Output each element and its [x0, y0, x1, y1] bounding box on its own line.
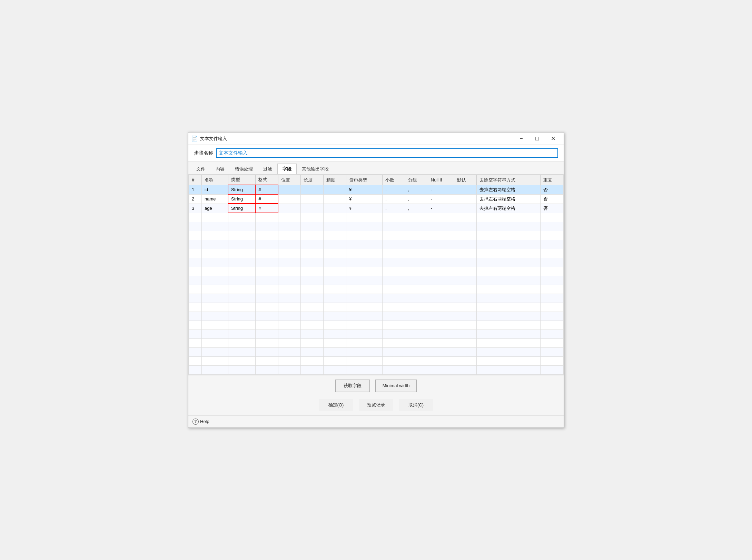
cell-null-if[interactable]: -	[428, 204, 454, 213]
col-length: 长度	[301, 175, 324, 185]
cell-repeat[interactable]: 否	[541, 194, 563, 204]
minimal-width-button[interactable]: Minimal width	[375, 380, 417, 392]
title-bar: 📄 文本文件输入 − □ ✕	[188, 132, 564, 145]
confirm-buttons-row: 确定(O) 预览记录 取消(C)	[188, 395, 564, 415]
confirm-button[interactable]: 确定(O)	[319, 399, 353, 411]
cell-repeat[interactable]: 否	[541, 185, 563, 194]
table-row-empty	[189, 213, 563, 222]
col-precision: 精度	[324, 175, 346, 185]
col-repeat: 重复	[541, 175, 563, 185]
cell-type[interactable]: String	[228, 194, 255, 204]
cell-null-if[interactable]: -	[428, 194, 454, 204]
cell-name[interactable]: id	[202, 185, 228, 194]
col-position: 位置	[278, 175, 301, 185]
tab-filter[interactable]: 过滤	[258, 164, 277, 174]
table-row-empty	[189, 285, 563, 294]
cell-format[interactable]: #	[255, 185, 278, 194]
cell-currency[interactable]: ¥	[346, 185, 382, 194]
tab-fields[interactable]: 字段	[277, 164, 297, 174]
table-row-empty	[189, 321, 563, 330]
cell-name[interactable]: name	[202, 194, 228, 204]
col-currency: 货币类型	[346, 175, 382, 185]
cell-decimal[interactable]: .	[383, 204, 405, 213]
cell-length[interactable]	[301, 185, 324, 194]
table-row[interactable]: 2nameString#¥.,-去掉左右两端空格否	[189, 194, 563, 204]
table-row-empty	[189, 249, 563, 258]
window-icon: 📄	[191, 135, 198, 142]
action-buttons-row: 获取字段 Minimal width	[188, 375, 564, 395]
cell-precision[interactable]	[324, 194, 346, 204]
cell-position[interactable]	[278, 194, 301, 204]
tab-other-output[interactable]: 其他输出字段	[297, 164, 334, 174]
table-row-empty	[189, 330, 563, 338]
cell-currency[interactable]: ¥	[346, 194, 382, 204]
cell-default[interactable]	[454, 194, 477, 204]
get-fields-button[interactable]: 获取字段	[335, 380, 370, 392]
table-row-empty	[189, 356, 563, 365]
col-type: 类型	[228, 175, 255, 185]
tab-file[interactable]: 文件	[191, 164, 210, 174]
fields-table-container: # 名称 类型 格式 位置 长度 精度 货币类型 小数 分组 Null if 默…	[188, 174, 564, 375]
table-row-empty	[189, 338, 563, 347]
table-row-empty	[189, 303, 563, 312]
cancel-button[interactable]: 取消(C)	[399, 399, 433, 411]
cell-default[interactable]	[454, 185, 477, 194]
cell-position[interactable]	[278, 204, 301, 213]
cell-name[interactable]: age	[202, 204, 228, 213]
cell-default[interactable]	[454, 204, 477, 213]
tab-error[interactable]: 错误处理	[230, 164, 258, 174]
cell-null-if[interactable]: -	[428, 185, 454, 194]
cell-decimal[interactable]: .	[383, 185, 405, 194]
cell-trim[interactable]: 去掉左右两端空格	[477, 204, 541, 213]
tab-content[interactable]: 内容	[210, 164, 230, 174]
preview-button[interactable]: 预览记录	[359, 399, 393, 411]
cell-trim[interactable]: 去掉左右两端空格	[477, 185, 541, 194]
footer: ? Help	[188, 415, 564, 428]
cell-currency[interactable]: ¥	[346, 204, 382, 213]
cell-num[interactable]: 2	[189, 194, 202, 204]
cell-precision[interactable]	[324, 204, 346, 213]
table-row-empty	[189, 240, 563, 249]
cell-length[interactable]	[301, 194, 324, 204]
col-group: 分组	[405, 175, 428, 185]
step-name-row: 步骤名称	[188, 145, 564, 162]
cell-type[interactable]: String	[228, 185, 255, 194]
step-name-label: 步骤名称	[194, 150, 213, 156]
window-controls: − □ ✕	[513, 132, 561, 145]
step-name-input[interactable]	[216, 148, 558, 158]
tabs-bar: 文件 内容 错误处理 过滤 字段 其他输出字段	[188, 162, 564, 174]
help-label: Help	[200, 419, 209, 424]
table-row-empty	[189, 222, 563, 231]
cell-decimal[interactable]: .	[383, 194, 405, 204]
cell-precision[interactable]	[324, 185, 346, 194]
table-header: # 名称 类型 格式 位置 长度 精度 货币类型 小数 分组 Null if 默…	[189, 175, 563, 185]
cell-group[interactable]: ,	[405, 204, 428, 213]
cell-length[interactable]	[301, 204, 324, 213]
help-button[interactable]: ? Help	[192, 419, 209, 425]
window-title: 文本文件输入	[200, 136, 513, 142]
cell-repeat[interactable]: 否	[541, 204, 563, 213]
table-row-empty	[189, 258, 563, 267]
col-default: 默认	[454, 175, 477, 185]
cell-position[interactable]	[278, 185, 301, 194]
cell-num[interactable]: 3	[189, 204, 202, 213]
minimize-button[interactable]: −	[513, 132, 529, 145]
cell-group[interactable]: ,	[405, 194, 428, 204]
help-icon: ?	[192, 419, 199, 425]
main-window: 📄 文本文件输入 − □ ✕ 步骤名称 文件 内容 错误处理 过滤 字段 其他输…	[188, 132, 564, 428]
close-button[interactable]: ✕	[545, 132, 561, 145]
cell-trim[interactable]: 去掉左右两端空格	[477, 194, 541, 204]
table-row-empty	[189, 294, 563, 303]
cell-type[interactable]: String	[228, 204, 255, 213]
table-row[interactable]: 3ageString#¥.,-去掉左右两端空格否	[189, 204, 563, 213]
table-row-empty	[189, 365, 563, 374]
col-null-if: Null if	[428, 175, 454, 185]
cell-format[interactable]: #	[255, 204, 278, 213]
cell-num[interactable]: 1	[189, 185, 202, 194]
table-row-empty	[189, 276, 563, 285]
maximize-button[interactable]: □	[529, 132, 545, 145]
col-format: 格式	[255, 175, 278, 185]
cell-group[interactable]: ,	[405, 185, 428, 194]
cell-format[interactable]: #	[255, 194, 278, 204]
table-row[interactable]: 1idString#¥.,-去掉左右两端空格否	[189, 185, 563, 194]
